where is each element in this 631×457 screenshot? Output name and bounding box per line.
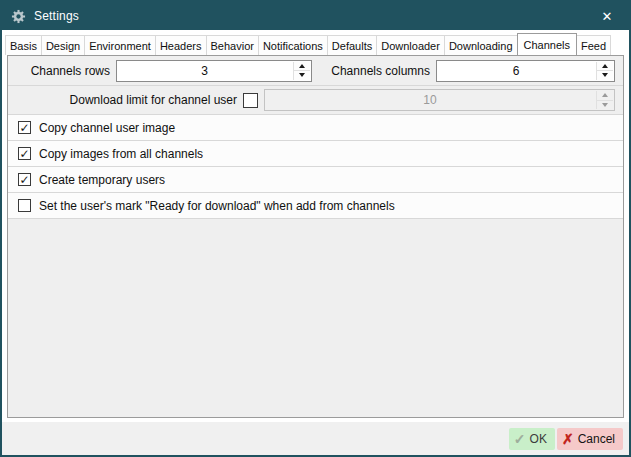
- checkbox-mark: ✓: [19, 121, 29, 133]
- checkbox-row-copy-user-image[interactable]: ✓ Copy channel user image: [8, 115, 623, 141]
- cancel-button[interactable]: ✗ Cancel: [557, 428, 623, 450]
- copy-channel-user-image-checkbox[interactable]: ✓: [18, 121, 31, 134]
- arrow-down-icon: [602, 73, 608, 77]
- checkbox-row-create-temp-users[interactable]: ✓ Create temporary users: [8, 167, 623, 193]
- checkbox-row-set-ready-mark[interactable]: Set the user's mark "Ready for download"…: [8, 193, 623, 219]
- arrow-up-icon: [602, 64, 608, 68]
- copy-images-from-all-channels-checkbox[interactable]: ✓: [18, 147, 31, 160]
- tab-downloader[interactable]: Downloader: [376, 35, 445, 55]
- grid-size-row: Channels rows Channels columns: [8, 56, 623, 86]
- spin-up-button[interactable]: [294, 62, 310, 72]
- checkbox-label: Set the user's mark "Ready for download"…: [39, 199, 395, 213]
- arrow-down-icon: [299, 73, 305, 77]
- ok-button-label: OK: [530, 432, 547, 446]
- cancel-button-label: Cancel: [578, 432, 615, 446]
- channels-tab-page: Channels rows Channels columns Download …: [7, 55, 624, 418]
- ok-button[interactable]: ✓ OK: [509, 428, 555, 450]
- checkbox-mark: ✓: [19, 173, 29, 185]
- spin-down-button: [597, 101, 613, 110]
- download-limit-spinner: [264, 89, 615, 111]
- tab-feed[interactable]: Feed: [576, 35, 611, 55]
- arrow-up-icon: [602, 93, 608, 97]
- channels-columns-input[interactable]: [437, 61, 595, 81]
- tab-environment[interactable]: Environment: [84, 35, 156, 55]
- check-icon: ✓: [514, 431, 526, 447]
- download-limit-checkbox[interactable]: [243, 93, 258, 108]
- page-empty-area: [8, 219, 623, 417]
- set-ready-mark-checkbox[interactable]: [18, 199, 31, 212]
- create-temporary-users-checkbox[interactable]: ✓: [18, 173, 31, 186]
- tab-basis[interactable]: Basis: [5, 35, 42, 55]
- checkbox-label: Copy channel user image: [39, 121, 175, 135]
- tab-headers[interactable]: Headers: [155, 35, 207, 55]
- gear-icon: [11, 9, 26, 24]
- settings-dialog: Settings ✕ Basis Design Environment Head…: [0, 0, 631, 457]
- close-icon[interactable]: ✕: [587, 2, 627, 30]
- channels-columns-spinner: [436, 60, 615, 82]
- tab-defaults[interactable]: Defaults: [327, 35, 377, 55]
- x-icon: ✗: [562, 431, 574, 447]
- channels-rows-spinner: [116, 60, 312, 82]
- spin-up-button: [597, 91, 613, 101]
- title-bar: Settings ✕: [2, 2, 629, 30]
- channels-rows-input[interactable]: [117, 61, 292, 81]
- download-limit-spin-buttons: [596, 91, 613, 109]
- tab-channels[interactable]: Channels: [517, 33, 577, 55]
- dialog-footer: ✓ OK ✗ Cancel: [2, 422, 629, 455]
- spin-down-button[interactable]: [294, 71, 310, 80]
- tab-bar: Basis Design Environment Headers Behavio…: [2, 30, 629, 55]
- arrow-up-icon: [299, 64, 305, 68]
- channels-rows-spin-buttons: [293, 62, 310, 80]
- tab-design[interactable]: Design: [41, 35, 85, 55]
- tab-behavior[interactable]: Behavior: [206, 35, 259, 55]
- channels-columns-spin-buttons: [596, 62, 613, 80]
- download-limit-label: Download limit for channel user: [16, 93, 243, 107]
- window-title: Settings: [34, 9, 587, 23]
- channels-rows-label: Channels rows: [16, 64, 116, 78]
- spin-up-button[interactable]: [597, 62, 613, 72]
- download-limit-row: Download limit for channel user: [8, 86, 623, 115]
- checkbox-label: Copy images from all channels: [39, 147, 203, 161]
- spin-down-button[interactable]: [597, 71, 613, 80]
- checkbox-row-copy-images-all[interactable]: ✓ Copy images from all channels: [8, 141, 623, 167]
- download-limit-input: [265, 90, 595, 110]
- arrow-down-icon: [602, 103, 608, 107]
- checkbox-mark: ✓: [19, 147, 29, 159]
- checkbox-label: Create temporary users: [39, 173, 165, 187]
- tab-downloading[interactable]: Downloading: [444, 35, 518, 55]
- tab-notifications[interactable]: Notifications: [258, 35, 328, 55]
- channels-columns-label: Channels columns: [324, 64, 436, 78]
